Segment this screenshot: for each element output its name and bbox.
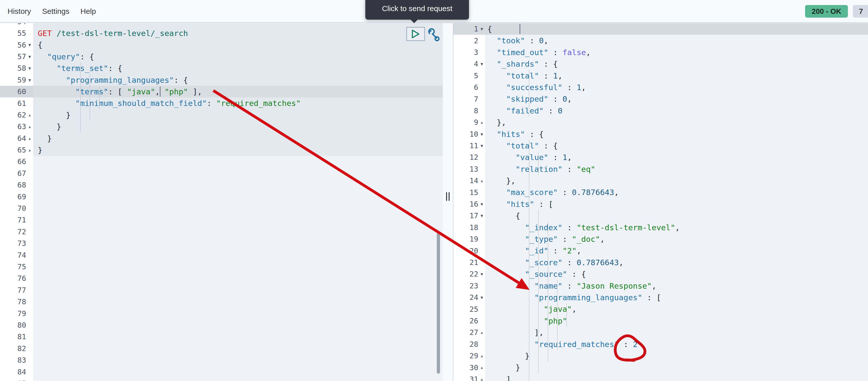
fold-open-icon[interactable]: ▾	[478, 292, 485, 303]
code-line-content[interactable]	[33, 156, 443, 167]
editor-line[interactable]: 64▴ }	[0, 133, 443, 144]
code-line-content[interactable]: "_index" : "test-dsl-term-level",	[486, 222, 868, 233]
editor-line[interactable]: 25 "java",	[453, 303, 868, 315]
code-line-content[interactable]: "_score" : 0.7876643,	[486, 257, 868, 268]
editor-line[interactable]: 71	[0, 214, 443, 226]
code-line-content[interactable]	[33, 272, 443, 284]
code-line-content[interactable]	[33, 226, 443, 238]
code-line-content[interactable]: "_source" : {	[486, 268, 868, 280]
fold-open-icon[interactable]: ▾	[478, 128, 485, 140]
editor-line[interactable]: 72	[0, 226, 443, 238]
editor-line[interactable]: 81	[0, 331, 443, 343]
code-line-content[interactable]	[33, 23, 443, 27]
editor-line[interactable]: 30▴ }	[453, 362, 868, 373]
code-line-content[interactable]: }	[486, 362, 868, 373]
code-line-content[interactable]: {	[486, 23, 868, 35]
editor-line[interactable]: 6 "successful" : 1,	[453, 82, 868, 93]
panel-resize-handle-icon[interactable]	[445, 192, 451, 201]
code-line-content[interactable]: "successful" : 1,	[486, 82, 868, 93]
code-line-content[interactable]	[33, 343, 443, 354]
code-line-content[interactable]: "timed_out" : false,	[486, 47, 868, 58]
editor-line[interactable]: 11▾ "total" : {	[453, 140, 868, 151]
code-line-content[interactable]: }	[33, 121, 443, 133]
editor-line[interactable]: 83	[0, 354, 443, 366]
fold-open-icon[interactable]: ▾	[478, 140, 485, 151]
code-line-content[interactable]: "value" : 1,	[486, 151, 868, 163]
editor-line[interactable]: 67	[0, 168, 443, 179]
fold-open-icon[interactable]: ▾	[478, 58, 485, 70]
code-line-content[interactable]	[33, 168, 443, 179]
code-line-content[interactable]: ],	[486, 327, 868, 338]
editor-line[interactable]: 60 "terms": [ "java", "php" ],	[0, 86, 443, 97]
code-line-content[interactable]: "programming_languages" : [	[486, 292, 868, 303]
editor-line[interactable]: 79	[0, 307, 443, 319]
editor-line[interactable]: 70	[0, 203, 443, 214]
editor-line[interactable]: 61 "minimum_should_match_field": "requir…	[0, 97, 443, 109]
code-line-content[interactable]: "hits" : [	[486, 198, 868, 210]
code-line-content[interactable]: "required_matches" : 2	[486, 339, 868, 350]
editor-line[interactable]: 80	[0, 319, 443, 331]
editor-line[interactable]: 69	[0, 191, 443, 202]
editor-line[interactable]: 77	[0, 284, 443, 296]
editor-line[interactable]: 7 "skipped" : 0,	[453, 93, 868, 105]
editor-line[interactable]: 54	[0, 23, 443, 27]
code-line-content[interactable]: "took" : 0,	[486, 35, 868, 46]
code-line-content[interactable]	[33, 354, 443, 366]
code-line-content[interactable]	[33, 261, 443, 272]
code-line-content[interactable]	[33, 366, 443, 378]
fold-open-icon[interactable]: ▾	[478, 268, 485, 280]
editor-line[interactable]: 62▴ }	[0, 109, 443, 121]
editor-line[interactable]: 75	[0, 261, 443, 272]
code-line-content[interactable]	[33, 319, 443, 331]
code-line-content[interactable]: }	[33, 133, 443, 144]
fold-close-icon[interactable]: ▴	[26, 144, 33, 156]
editor-line[interactable]: 74	[0, 249, 443, 261]
menu-item-help[interactable]: Help	[81, 7, 96, 16]
editor-line[interactable]: 73	[0, 238, 443, 249]
editor-line[interactable]: 14▴ },	[453, 175, 868, 186]
editor-line[interactable]: 28 "required_matches" : 2	[453, 339, 868, 350]
code-line-content[interactable]	[33, 378, 443, 381]
editor-line[interactable]: 27▴ ],	[453, 327, 868, 338]
code-line-content[interactable]: },	[486, 175, 868, 186]
editor-line[interactable]: 55GET /test-dsl-term-level/_search	[0, 27, 443, 39]
code-line-content[interactable]: "terms_set": {	[33, 62, 443, 74]
fold-open-icon[interactable]: ▾	[26, 51, 33, 62]
code-line-content[interactable]: "java",	[486, 303, 868, 315]
editor-line[interactable]: 76	[0, 272, 443, 284]
editor-line[interactable]: 12 "value" : 1,	[453, 151, 868, 163]
fold-open-icon[interactable]: ▾	[478, 210, 485, 222]
code-line-content[interactable]: "_shards" : {	[486, 58, 868, 70]
editor-line[interactable]: 4▾ "_shards" : {	[453, 58, 868, 70]
code-line-content[interactable]	[33, 191, 443, 202]
code-line-content[interactable]: ]	[486, 374, 868, 381]
menu-item-settings[interactable]: Settings	[42, 7, 69, 16]
fold-close-icon[interactable]: ▴	[26, 121, 33, 133]
code-line-content[interactable]: "failed" : 0	[486, 105, 868, 117]
send-request-button[interactable]	[406, 27, 425, 41]
menu-item-history[interactable]: History	[7, 7, 31, 16]
editor-line[interactable]: 65▴}	[0, 144, 443, 156]
code-line-content[interactable]	[33, 238, 443, 249]
code-line-content[interactable]: "name" : "Jason Response",	[486, 280, 868, 292]
fold-open-icon[interactable]: ▾	[26, 62, 33, 74]
code-line-content[interactable]: "total" : {	[486, 140, 868, 151]
editor-line[interactable]: 13 "relation" : "eq"	[453, 163, 868, 175]
editor-line[interactable]: 78	[0, 296, 443, 307]
editor-line[interactable]: 18 "_index" : "test-dsl-term-level",	[453, 222, 868, 233]
editor-line[interactable]: 3 "timed_out" : false,	[453, 47, 868, 58]
editor-line[interactable]: 82	[0, 343, 443, 354]
editor-line[interactable]: 2 "took" : 0,	[453, 35, 868, 46]
request-options-button[interactable]	[427, 27, 440, 42]
editor-line[interactable]: 10▾ "hits" : {	[453, 128, 868, 140]
editor-line[interactable]: 63▴ }	[0, 121, 443, 133]
code-line-content[interactable]: "hits" : {	[486, 128, 868, 140]
editor-line[interactable]: 68	[0, 179, 443, 191]
code-line-content[interactable]	[33, 284, 443, 296]
fold-close-icon[interactable]: ▴	[26, 133, 33, 144]
fold-close-icon[interactable]: ▴	[478, 374, 485, 381]
code-line-content[interactable]	[33, 179, 443, 191]
code-line-content[interactable]	[33, 249, 443, 261]
code-line-content[interactable]: "_id" : "2",	[486, 245, 868, 257]
fold-close-icon[interactable]: ▴	[478, 327, 485, 338]
